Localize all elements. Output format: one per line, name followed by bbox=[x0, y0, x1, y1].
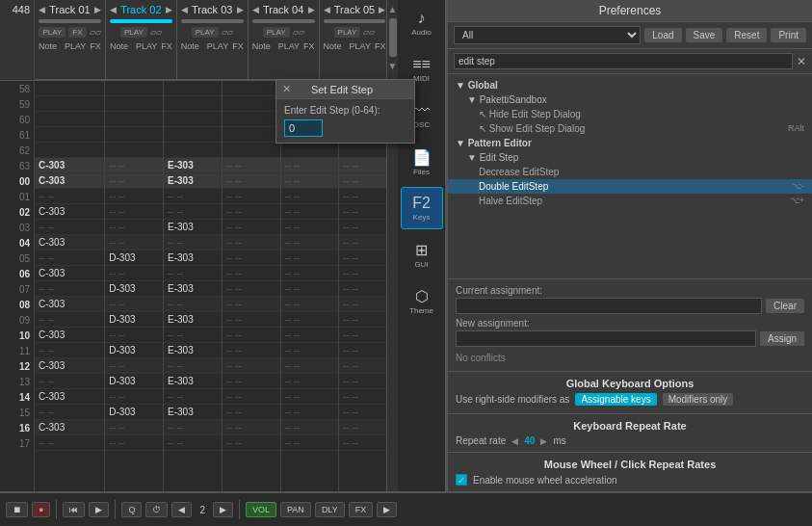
cell-1-12[interactable]: -- -- bbox=[105, 358, 163, 374]
icon-btn-audio[interactable]: ♪ Audio bbox=[401, 2, 443, 44]
cell-2-12[interactable]: -- -- bbox=[164, 358, 222, 374]
cell-4-17[interactable]: -- -- bbox=[281, 435, 339, 451]
cell-header-0-1[interactable] bbox=[35, 96, 104, 112]
scroll-down-arrow[interactable]: ▼ bbox=[386, 59, 398, 73]
cell-1-7[interactable]: D-303 bbox=[105, 281, 163, 297]
cell-0-17[interactable]: -- -- bbox=[35, 435, 104, 451]
cell-1-1[interactable]: -- -- bbox=[105, 189, 163, 204]
cell-2-5[interactable]: E-303 bbox=[164, 250, 222, 266]
cell-4-5[interactable]: -- -- bbox=[281, 250, 339, 266]
tree-item-halve[interactable]: Halve EditStep ⌥+ bbox=[448, 194, 812, 208]
cell-2-13[interactable]: E-303 bbox=[164, 374, 222, 389]
cell-4-10[interactable]: -- -- bbox=[281, 328, 339, 343]
filter-dropdown[interactable]: All bbox=[454, 26, 641, 44]
cell-2-6[interactable]: -- -- bbox=[164, 266, 222, 281]
cell-0-7[interactable]: -- -- bbox=[35, 281, 104, 297]
scrollbar-thumb[interactable] bbox=[389, 18, 397, 57]
icon-btn-keys[interactable]: F2 Keys bbox=[401, 187, 443, 229]
metronome-button[interactable]: ⏱ bbox=[145, 502, 168, 517]
cell-header-2-0[interactable] bbox=[164, 81, 222, 96]
more-button[interactable]: ▶ bbox=[377, 502, 397, 517]
scroll-up-arrow[interactable]: ▲ bbox=[386, 2, 398, 16]
cell-1-15[interactable]: D-303 bbox=[105, 405, 163, 420]
cell-1-9[interactable]: D-303 bbox=[105, 312, 163, 328]
tree-item-edit-step[interactable]: ▼ Edit Step bbox=[448, 150, 812, 165]
cell-0-8[interactable]: C-303 bbox=[35, 297, 104, 312]
cell-header-1-5[interactable]: -- -- bbox=[105, 158, 163, 173]
cell-4-9[interactable]: -- -- bbox=[281, 312, 339, 328]
cell-0-5[interactable]: -- -- bbox=[35, 250, 104, 266]
cell-header-3-2[interactable] bbox=[223, 112, 280, 127]
track-arrow-right-5[interactable]: ▶ bbox=[379, 5, 385, 14]
track-arrow-left-1[interactable]: ◀ bbox=[39, 5, 45, 14]
track-arrow-left-4[interactable]: ◀ bbox=[252, 5, 259, 14]
cell-0-14[interactable]: C-303 bbox=[35, 389, 104, 405]
track-fx-btn-0[interactable]: FX bbox=[68, 27, 86, 38]
cell-header-3-0[interactable] bbox=[223, 81, 280, 96]
tree-item-double[interactable]: Double EditStep ⌥- bbox=[448, 179, 812, 194]
cell-header-2-1[interactable] bbox=[164, 96, 222, 112]
cell-4-4[interactable]: -- -- bbox=[281, 235, 339, 250]
cell-header-3-3[interactable] bbox=[223, 127, 280, 143]
cell-header-2-5[interactable]: E-303 bbox=[164, 158, 222, 173]
record-button[interactable]: ● bbox=[32, 502, 50, 517]
stop-button[interactable]: ⏹ bbox=[6, 502, 28, 517]
cell-1-10[interactable]: -- -- bbox=[105, 328, 163, 343]
icon-btn-theme[interactable]: ⬡ Theme bbox=[401, 279, 443, 322]
cell-4-6[interactable]: -- -- bbox=[281, 266, 339, 281]
fx-button[interactable]: FX bbox=[349, 502, 374, 517]
rate-right-arrow[interactable]: ▶ bbox=[540, 436, 547, 446]
assignable-keys-badge[interactable]: Assignable keys bbox=[575, 393, 656, 406]
cell-3-16[interactable]: -- -- bbox=[223, 420, 280, 435]
cell-0-15[interactable]: -- -- bbox=[35, 405, 104, 420]
cell-header-4-4[interactable] bbox=[281, 143, 339, 158]
icon-btn-gui[interactable]: ⊞ GUI bbox=[401, 233, 443, 276]
cell-header-0-4[interactable] bbox=[35, 143, 104, 158]
cell-0-10[interactable]: C-303 bbox=[35, 328, 104, 343]
cell-2-8[interactable]: -- -- bbox=[164, 297, 222, 312]
dly-button[interactable]: DLY bbox=[315, 502, 345, 517]
cell-header-4-5[interactable]: -- -- bbox=[281, 158, 339, 173]
cell-4-1[interactable]: -- -- bbox=[281, 189, 339, 204]
cell-0-12[interactable]: C-303 bbox=[35, 358, 104, 374]
cell-0-11[interactable]: -- -- bbox=[35, 343, 104, 358]
cell-3-15[interactable]: -- -- bbox=[223, 405, 280, 420]
cell-2-4[interactable]: -- -- bbox=[164, 235, 222, 250]
load-button[interactable]: Load bbox=[644, 28, 681, 42]
cell-4-8[interactable]: -- -- bbox=[281, 297, 339, 312]
rewind-button[interactable]: ⏮ bbox=[63, 502, 85, 517]
track-arrow-left-3[interactable]: ◀ bbox=[181, 5, 188, 14]
cell-header-2-2[interactable] bbox=[164, 112, 222, 127]
print-button[interactable]: Print bbox=[771, 28, 806, 42]
cell-3-2[interactable]: -- -- bbox=[223, 204, 280, 220]
cell-0-9[interactable]: -- -- bbox=[35, 312, 104, 328]
assign-button[interactable]: Assign bbox=[760, 331, 804, 346]
cell-3-9[interactable]: -- -- bbox=[223, 312, 280, 328]
cell-4-2[interactable]: -- -- bbox=[281, 204, 339, 220]
cell-3-10[interactable]: -- -- bbox=[223, 328, 280, 343]
track-play-btn-5[interactable]: PLAY bbox=[334, 27, 361, 38]
cell-4-15[interactable]: -- -- bbox=[281, 405, 339, 420]
cell-3-3[interactable]: -- -- bbox=[223, 220, 280, 235]
cell-4-7[interactable]: -- -- bbox=[281, 281, 339, 297]
cell-1-8[interactable]: -- -- bbox=[105, 297, 163, 312]
step-left-button[interactable]: ◀ bbox=[171, 502, 192, 517]
cell-header-0-3[interactable] bbox=[35, 127, 104, 143]
cell-1-5[interactable]: D-303 bbox=[105, 250, 163, 266]
current-assignment-input[interactable] bbox=[456, 298, 762, 314]
search-input[interactable] bbox=[454, 53, 793, 69]
vol-button[interactable]: VOL bbox=[246, 502, 276, 517]
cell-2-1[interactable]: -- -- bbox=[164, 189, 222, 204]
cell-2-3[interactable]: E-303 bbox=[164, 220, 222, 235]
modifiers-only-button[interactable]: Modifiers only bbox=[663, 393, 734, 406]
cell-header-1-4[interactable] bbox=[105, 143, 163, 158]
cell-3-17[interactable]: -- -- bbox=[223, 435, 280, 451]
mouse-accel-checkbox[interactable]: ✓ bbox=[456, 474, 467, 486]
tracks-scrollbar[interactable]: ▲ ▼ bbox=[386, 0, 398, 491]
cell-2-0[interactable]: E-303 bbox=[164, 173, 222, 189]
tree-item-show-edit[interactable]: ↖ Show Edit Step Dialog RAlt bbox=[448, 121, 812, 136]
cell-2-7[interactable]: E-303 bbox=[164, 281, 222, 297]
cell-header-2-4[interactable] bbox=[164, 143, 222, 158]
cell-1-17[interactable]: -- -- bbox=[105, 435, 163, 451]
tree-item-pattern-editor[interactable]: ▼ Pattern Editor bbox=[448, 136, 812, 150]
